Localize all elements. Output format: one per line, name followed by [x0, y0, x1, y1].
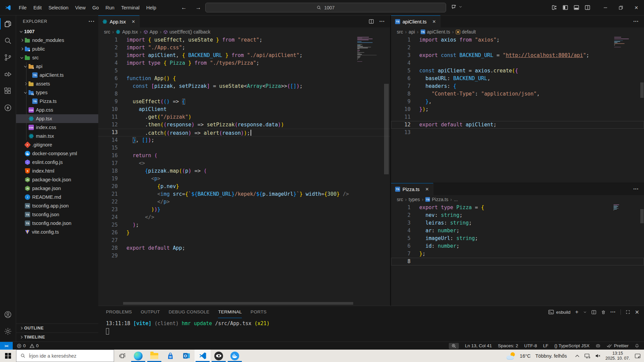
breadcrumb-useeffect-callback[interactable]: useEffect() callback: [163, 29, 210, 35]
tree-item-types[interactable]: TStypes: [16, 88, 98, 97]
tree-item-package-lock-json[interactable]: JSpackage-lock.json: [16, 175, 98, 184]
panel-tab-output[interactable]: OUTPUT: [141, 306, 160, 318]
code-line-8[interactable]: 8: [98, 90, 390, 98]
tree-item-app-tsx[interactable]: App.tsx: [16, 114, 98, 123]
tree-item-main-tsx[interactable]: main.tsx: [16, 132, 98, 140]
zoom-indicator-icon[interactable]: [449, 343, 459, 349]
menu-terminal[interactable]: Terminal: [118, 5, 143, 10]
error-count[interactable]: 0: [23, 343, 26, 348]
tab-pizza-ts[interactable]: TS Pizza.ts ✕: [391, 183, 433, 195]
tree-item-index-html[interactable]: 5index.html: [16, 167, 98, 175]
remote-indicator[interactable]: ><: [0, 342, 13, 350]
tree-item-tsconfig-node-json[interactable]: TStsconfig.node.json: [16, 219, 98, 228]
code-line-24[interactable]: 24 </>: [98, 214, 390, 221]
code-line-1[interactable]: 1export type Pizza = {: [391, 204, 644, 212]
split-terminal-icon[interactable]: [591, 310, 596, 315]
maximize-panel-icon[interactable]: [626, 310, 630, 314]
code-line-3[interactable]: 3export const BACKEND_URL = "http://loca…: [391, 52, 644, 59]
minimap[interactable]: [357, 37, 382, 63]
minimize-button[interactable]: [598, 0, 613, 15]
warning-count[interactable]: 0: [36, 343, 39, 348]
start-button[interactable]: [0, 350, 16, 362]
code-line-6[interactable]: 6 baseURL: BACKEND_URL,: [391, 75, 644, 82]
code-line-11[interactable]: 11: [391, 113, 644, 121]
code-line-1[interactable]: 1import axios from "axios";: [391, 36, 644, 44]
vertical-scrollbar[interactable]: [384, 84, 389, 174]
settings-gear-icon[interactable]: [0, 323, 16, 340]
forward-icon[interactable]: →: [196, 4, 201, 11]
code-line-7[interactable]: 7 headers: {: [391, 82, 644, 90]
menu-go[interactable]: Go: [89, 5, 102, 10]
cursor-position[interactable]: Ln 13, Col 41: [465, 343, 492, 348]
code-line-4[interactable]: 4import type { Pizza } from "./types/Piz…: [98, 59, 390, 67]
tab-apiclient-ts[interactable]: TS apiClient.ts ✕: [391, 15, 440, 27]
minimap[interactable]: [614, 37, 630, 49]
weather-temp[interactable]: 16°C: [520, 353, 531, 359]
source-control-icon[interactable]: [0, 49, 16, 66]
panel-tab-ports[interactable]: PORTS: [251, 306, 267, 318]
new-terminal-icon[interactable]: +: [575, 309, 579, 315]
eol-sequence[interactable]: LF: [543, 343, 548, 348]
code-line-14[interactable]: 14 }, []);: [98, 136, 390, 144]
code-line-6[interactable]: 6 id: number;: [391, 242, 644, 250]
command-center-search[interactable]: 1007: [205, 3, 446, 12]
tab-close-icon[interactable]: ✕: [131, 19, 135, 24]
code-line-21[interactable]: 21 <img src={`${BACKEND_URL}/kepek/${p.i…: [98, 190, 390, 198]
breadcrumb-src[interactable]: src: [104, 29, 110, 35]
code-line-17[interactable]: 17 <>: [98, 160, 390, 167]
tree-item-eslint-config-js[interactable]: ○eslint.config.js: [16, 158, 98, 167]
thunder-client-icon[interactable]: [0, 99, 16, 116]
panel-tab-debug-console[interactable]: DEBUG CONSOLE: [169, 306, 210, 318]
panel-tab-problems[interactable]: PROBLEMS: [106, 306, 132, 318]
split-editor-icon[interactable]: [369, 19, 374, 24]
code-line-2[interactable]: 2import "./App.css";: [98, 44, 390, 52]
tree-item-assets[interactable]: assets: [16, 79, 98, 88]
code-line-9[interactable]: 9 },: [391, 98, 644, 106]
section-outline[interactable]: OUTLINE: [16, 323, 98, 333]
terminal-shell-picker[interactable]: esbuild: [548, 310, 571, 315]
editor-actions-icon[interactable]: ···: [379, 18, 385, 24]
breadcrumbs[interactable]: src›App.tsx›App›useEffect() callback: [98, 27, 390, 36]
tree-item-apiclient-ts[interactable]: TSapiClient.ts: [16, 71, 98, 79]
panel-more-actions-icon[interactable]: ···: [610, 309, 616, 315]
indentation[interactable]: Spaces: 2: [498, 343, 518, 348]
breadcrumb-src[interactable]: src: [397, 197, 403, 202]
code-editor-apiclient[interactable]: 1import axios from "axios";23export cons…: [391, 36, 644, 183]
breadcrumb-src[interactable]: src: [397, 29, 403, 35]
vertical-scrollbar[interactable]: [640, 82, 644, 98]
code-line-10[interactable]: 10});: [391, 106, 644, 113]
back-icon[interactable]: ←: [181, 4, 187, 11]
code-line-13[interactable]: 13 .catch((reason) => alert(reason));: [98, 129, 390, 136]
breadcrumb-apiclient-ts[interactable]: TSapiClient.ts: [421, 29, 450, 35]
taskbar-store[interactable]: [162, 350, 178, 362]
customize-layout-icon[interactable]: [551, 5, 557, 10]
breadcrumb-app[interactable]: App: [144, 29, 158, 35]
menu-view[interactable]: View: [72, 5, 89, 10]
run-and-debug-icon[interactable]: [0, 66, 16, 82]
breadcrumb--[interactable]: ...: [454, 197, 458, 202]
toggle-panel-icon[interactable]: [574, 5, 579, 10]
taskbar-file-explorer[interactable]: [146, 350, 162, 362]
tree-item-readme-md[interactable]: iREADME.md: [16, 193, 98, 201]
tab-close-icon[interactable]: ✕: [425, 187, 429, 192]
code-line-3[interactable]: 3 leiras: string;: [391, 219, 644, 227]
code-line-12[interactable]: 12export default apiClient;: [391, 121, 644, 129]
formatter-status[interactable]: Prettier: [607, 343, 629, 348]
code-line-18[interactable]: 18 {pizzak.map((p) => (: [98, 167, 390, 175]
taskbar-outlook[interactable]: O: [178, 350, 195, 362]
editor-actions-icon[interactable]: ···: [633, 186, 639, 192]
tree-item-api[interactable]: #api: [16, 62, 98, 71]
code-line-20[interactable]: 20 {p.nev}: [98, 183, 390, 190]
close-panel-icon[interactable]: ✕: [635, 309, 639, 315]
code-line-3[interactable]: 3import apiClient, { BACKEND_URL } from …: [98, 52, 390, 59]
weather-desc[interactable]: Többny. felhős: [535, 353, 567, 359]
code-line-27[interactable]: 27: [98, 237, 390, 244]
taskbar-edge[interactable]: [130, 350, 146, 362]
tree-item-public[interactable]: ⊕public: [16, 45, 98, 53]
tree-item-src[interactable]: src: [16, 53, 98, 62]
code-line-2[interactable]: 2 nev: string;: [391, 212, 644, 219]
taskbar-clock[interactable]: 13:15 2025. 10. 07.: [605, 351, 630, 361]
code-line-11[interactable]: 11 .get("/pizzak"): [98, 113, 390, 121]
terminal[interactable]: 13:11:18 [vite] (client) hmr update /src…: [98, 318, 644, 335]
code-line-10[interactable]: 10 apiClient: [98, 106, 390, 113]
